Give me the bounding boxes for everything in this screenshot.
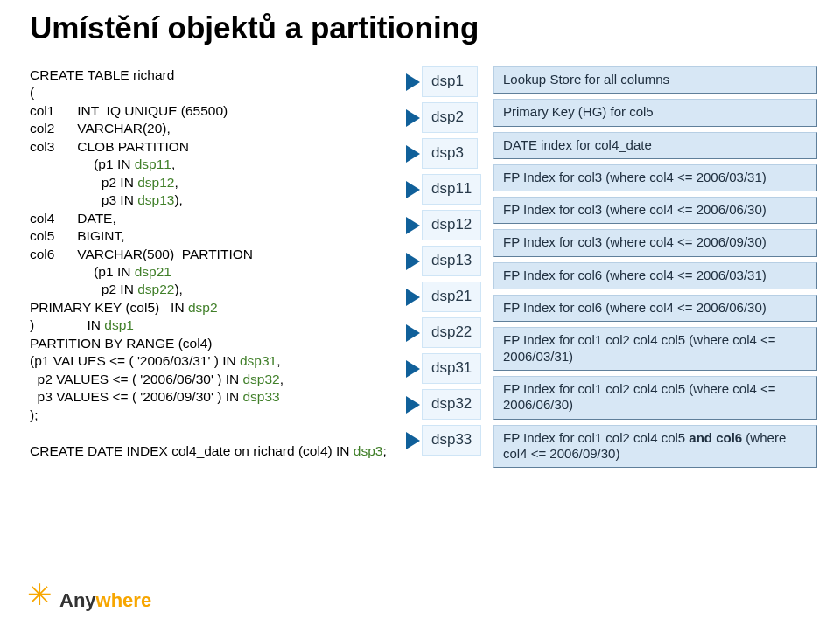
- sql-line: PARTITION BY RANGE (col4): [30, 336, 212, 351]
- arrow-right-icon: [406, 145, 420, 163]
- dbspace-ref: dsp32: [242, 372, 279, 386]
- page-title: Umístění objektů a partitioning: [0, 0, 840, 45]
- arrow-right-icon: [406, 217, 420, 234]
- sql-line: p2 IN dsp12,: [30, 175, 178, 190]
- sql-line: col1 INT IQ UNIQUE (65500): [30, 103, 228, 118]
- badge-row: dsp13: [406, 246, 494, 276]
- desc-box: FP Index for col3 (where col4 <= 2006/09…: [494, 229, 817, 256]
- badge-row: dsp1: [406, 66, 494, 97]
- desc-box: FP Index for col3 (where col4 <= 2006/06…: [494, 197, 817, 224]
- badge-row: dsp22: [406, 317, 494, 348]
- sql-line: col6 VARCHAR(500) PARTITION: [30, 247, 253, 261]
- dbspace-column: dsp1 dsp2 dsp3 dsp11 dsp12 dsp13 dsp21 d…: [406, 66, 494, 468]
- sql-line: col5 BIGINT,: [30, 228, 125, 243]
- sql-line: (p1 IN dsp11,: [30, 156, 175, 171]
- arrow-right-icon: [406, 432, 420, 449]
- description-column: Lookup Store for all columns Primary Key…: [494, 66, 817, 468]
- sql-code-block: CREATE TABLE richard ( col1 INT IQ UNIQU…: [30, 66, 406, 468]
- desc-box: FP Index for col1 col2 col4 col5 and col…: [494, 425, 817, 469]
- badge-row: dsp32: [406, 389, 494, 420]
- dbspace-ref: dsp3: [354, 443, 383, 458]
- dbspace-ref: dsp22: [137, 282, 174, 296]
- dbspace-badge: dsp12: [422, 210, 481, 240]
- sql-line: p3 IN dsp13),: [30, 192, 183, 207]
- sql-line: (p1 VALUES <= ( '2006/03/31' ) IN dsp31,: [30, 353, 281, 368]
- badge-row: dsp12: [406, 210, 494, 240]
- dbspace-badge: dsp2: [422, 102, 478, 133]
- sql-line: col4 DATE,: [30, 211, 116, 226]
- dbspace-badge: dsp11: [422, 174, 481, 205]
- sql-line: (: [30, 85, 34, 100]
- bold-text: and col6: [689, 430, 742, 445]
- dbspace-badge: dsp31: [422, 353, 481, 384]
- badge-row: dsp21: [406, 282, 494, 312]
- arrow-right-icon: [406, 253, 420, 270]
- logo-text: Anywhere: [60, 589, 151, 612]
- desc-box: Primary Key (HG) for col5: [494, 99, 817, 126]
- sql-line: );: [30, 407, 38, 422]
- sql-line: col2 VARCHAR(20),: [30, 121, 171, 136]
- dbspace-ref: dsp1: [104, 317, 134, 332]
- badge-row: dsp11: [406, 174, 494, 205]
- logo-burst-icon: [30, 588, 56, 614]
- dbspace-ref: dsp11: [135, 156, 172, 171]
- sql-line: col3 CLOB PARTITION: [30, 139, 189, 154]
- dbspace-badge: dsp32: [422, 389, 481, 420]
- arrow-right-icon: [406, 289, 420, 306]
- dbspace-badge: dsp13: [422, 246, 481, 276]
- arrow-right-icon: [406, 324, 420, 342]
- sql-line: p2 IN dsp22),: [30, 282, 183, 296]
- desc-box: FP Index for col1 col2 col4 col5 (where …: [494, 376, 817, 420]
- dbspace-badge: dsp21: [422, 282, 481, 312]
- sql-line: ) IN dsp1: [30, 317, 134, 332]
- desc-box: FP Index for col6 (where col4 <= 2006/06…: [494, 295, 817, 322]
- badge-row: dsp31: [406, 353, 494, 384]
- desc-box: DATE index for col4_date: [494, 132, 817, 159]
- arrow-right-icon: [406, 360, 420, 378]
- dbspace-ref: dsp12: [137, 175, 174, 190]
- badge-row: dsp2: [406, 102, 494, 133]
- sql-line: CREATE TABLE richard: [30, 67, 174, 82]
- arrow-right-icon: [406, 181, 420, 198]
- dbspace-badge: dsp22: [422, 317, 481, 348]
- dbspace-ref: dsp13: [137, 192, 174, 207]
- sql-line: PRIMARY KEY (col5) IN dsp2: [30, 300, 218, 315]
- dbspace-badge: dsp1: [422, 66, 478, 97]
- desc-box: Lookup Store for all columns: [494, 66, 817, 94]
- desc-box: FP Index for col6 (where col4 <= 2006/03…: [494, 262, 817, 289]
- anywhere-logo: Anywhere: [30, 588, 151, 614]
- desc-box: FP Index for col1 col2 col4 col5 (where …: [494, 327, 817, 371]
- badge-row: dsp33: [406, 425, 494, 456]
- dbspace-ref: dsp31: [240, 353, 276, 368]
- dbspace-ref: dsp21: [135, 264, 172, 279]
- sql-line: p2 VALUES <= ( '2006/06/30' ) IN dsp32,: [30, 372, 284, 386]
- dbspace-badge: dsp3: [422, 138, 478, 169]
- arrow-right-icon: [406, 73, 420, 91]
- dbspace-ref: dsp2: [188, 300, 218, 315]
- sql-line: p3 VALUES <= ( '2006/09/30' ) IN dsp33: [30, 389, 280, 404]
- arrow-right-icon: [406, 109, 420, 127]
- sql-line: CREATE DATE INDEX col4_date on richard (…: [30, 443, 387, 458]
- desc-box: FP Index for col3 (where col4 <= 2006/03…: [494, 164, 817, 191]
- dbspace-ref: dsp33: [242, 389, 279, 404]
- badge-row: dsp3: [406, 138, 494, 169]
- dbspace-badge: dsp33: [422, 425, 481, 456]
- sql-line: (p1 IN dsp21: [30, 264, 172, 279]
- content-area: CREATE TABLE richard ( col1 INT IQ UNIQU…: [0, 45, 840, 468]
- arrow-right-icon: [406, 396, 420, 414]
